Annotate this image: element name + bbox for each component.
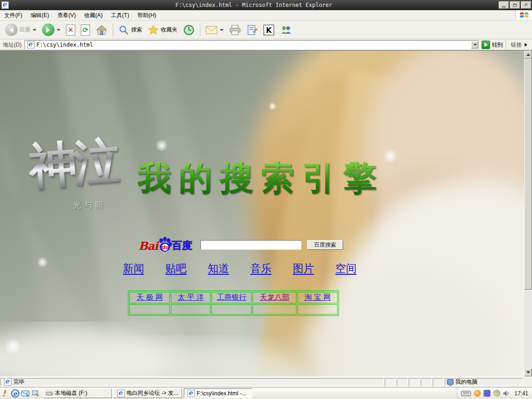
search-icon [118,24,129,36]
tray-messenger-icon[interactable] [484,390,490,397]
baidu-nav-links: 新闻 贴吧 知道 音乐 图片 空间 [123,261,357,276]
launcher-exclamation-icon[interactable] [0,389,10,398]
back-button[interactable]: 后退 [3,22,39,37]
taskbar: e 本地磁盘 (F:) 电白同乡论坛 -> 发... F:\csy\index.… [0,387,532,399]
toolbar: 后退 ✕ ⟳ 搜索 [0,21,532,39]
keyboard-tray-icon[interactable] [461,391,471,396]
print-icon [229,24,241,36]
empty-cell [253,304,296,314]
link-tianji[interactable]: 天 极 网 [137,293,163,301]
refresh-button[interactable]: ⟳ [79,23,92,37]
baidu-logo: Bai du 百度 [139,237,192,253]
taskbar-button-index-html[interactable]: F:\csy\index.html -... [184,388,252,398]
table-row [129,304,338,314]
taskbar-clock[interactable]: 17:41 [514,390,528,397]
svg-text:K: K [266,26,272,35]
close-button[interactable]: ✕ [521,1,531,9]
system-tray: 17:41 [457,387,532,399]
stop-button[interactable]: ✕ [64,23,78,37]
link-pconline[interactable]: 太 平 洋 [178,293,204,301]
stop-icon: ✕ [66,24,75,36]
status-text: 完毕 [13,378,24,386]
forward-dropdown-icon[interactable] [57,29,60,31]
taskbar-button-label: F:\csy\index.html -... [197,390,246,397]
drive-icon [46,391,53,396]
tray-player-icon[interactable] [474,390,481,397]
taskbar-button-local-disk[interactable]: 本地磁盘 (F:) [43,388,112,398]
history-button[interactable] [181,23,197,37]
k-app-button[interactable]: K [261,23,277,37]
links-toolbar[interactable]: 链接 [506,40,532,49]
status-pane [385,378,396,386]
nav-link-space[interactable]: 空间 [335,261,357,276]
menu-edit[interactable]: 编辑(E) [26,10,53,21]
status-page-icon [4,378,12,386]
menu-view[interactable]: 查看(V) [53,10,80,21]
messenger-icon [280,24,292,36]
favorites-button[interactable]: 收藏夹 [145,23,180,37]
link-tianlongbabu[interactable]: 天龙八部 [260,293,290,301]
shaiya-logo: 神泣 [26,128,120,200]
search-query-input[interactable] [200,240,302,250]
link-taobao[interactable]: 淘 宝 网 [304,293,331,301]
restore-button[interactable] [510,1,520,9]
go-button[interactable]: 转到 [482,41,503,49]
forward-button[interactable] [40,22,63,37]
menu-file[interactable]: 文件(F) [0,10,26,21]
ie-browser-window: F:\csy\index.html - Microsoft Internet E… [0,0,532,399]
home-button[interactable] [93,23,110,37]
go-label: 转到 [492,41,503,49]
empty-cell [129,304,170,314]
address-dropdown-button[interactable] [471,41,478,48]
search-button[interactable]: 搜索 [116,23,145,37]
volume-tray-icon[interactable] [503,390,510,397]
messenger-button[interactable] [278,23,294,37]
scroll-up-button[interactable] [524,51,532,59]
quicklaunch-show-desktop-icon[interactable] [30,389,41,398]
baidu-logo-chinese: 百度 [172,239,192,253]
taskbar-button-forum[interactable]: 电白同乡论坛 -> 发... [114,388,182,398]
back-icon [5,24,18,36]
address-input[interactable]: F:\csy\index.html [24,40,479,49]
baidu-search-button[interactable]: 百度搜索 [307,240,343,250]
status-message-pane: 完毕 [0,378,384,386]
nav-link-zhidao[interactable]: 知道 [208,261,229,276]
refresh-icon: ⟳ [81,24,90,36]
links-expand-icon[interactable] [525,43,527,47]
print-button[interactable] [227,23,243,37]
link-icbc[interactable]: 工商银行 [217,293,247,301]
baidu-search-row: Bai du 百度 百度搜索 [139,237,343,253]
nav-link-news[interactable]: 新闻 [123,261,144,276]
edit-button[interactable] [244,23,260,37]
minimize-button[interactable] [499,1,509,9]
status-pane [397,378,408,386]
zone-text: 我的电脑 [455,378,478,386]
nav-link-music[interactable]: 音乐 [250,261,272,276]
back-label: 后退 [19,26,30,34]
my-computer-icon [447,379,453,385]
tray-weather-icon[interactable] [493,390,500,397]
security-zone-pane: 我的电脑 [445,378,523,386]
scrollbar-thumb[interactable] [524,59,532,290]
baidu-logo-bai: Bai [139,239,158,253]
scroll-down-button[interactable] [524,369,532,376]
mail-dropdown-icon[interactable] [220,29,224,31]
menu-favorites[interactable]: 收藏(A) [80,10,107,21]
history-icon [183,24,195,36]
quicklaunch-outlook-icon[interactable] [20,389,30,398]
quicklaunch-ie-icon[interactable]: e [10,389,20,398]
status-bar: 完毕 我的电脑 [0,376,532,387]
go-arrow-icon [482,41,490,49]
menu-tools[interactable]: 工具(T) [107,10,133,21]
edit-icon [247,24,258,36]
taskbar-button-label: 电白同乡论坛 -> 发... [127,389,178,397]
search-label: 搜索 [131,26,142,34]
vertical-scrollbar[interactable] [524,51,532,376]
ie-task-icon [187,390,195,397]
mail-button[interactable] [203,24,226,36]
nav-link-tieba[interactable]: 贴吧 [165,261,187,276]
nav-link-images[interactable]: 图片 [293,261,314,276]
menu-help[interactable]: 帮助(H) [133,10,161,21]
back-dropdown-icon[interactable] [33,29,36,31]
svg-text:e: e [13,390,18,397]
